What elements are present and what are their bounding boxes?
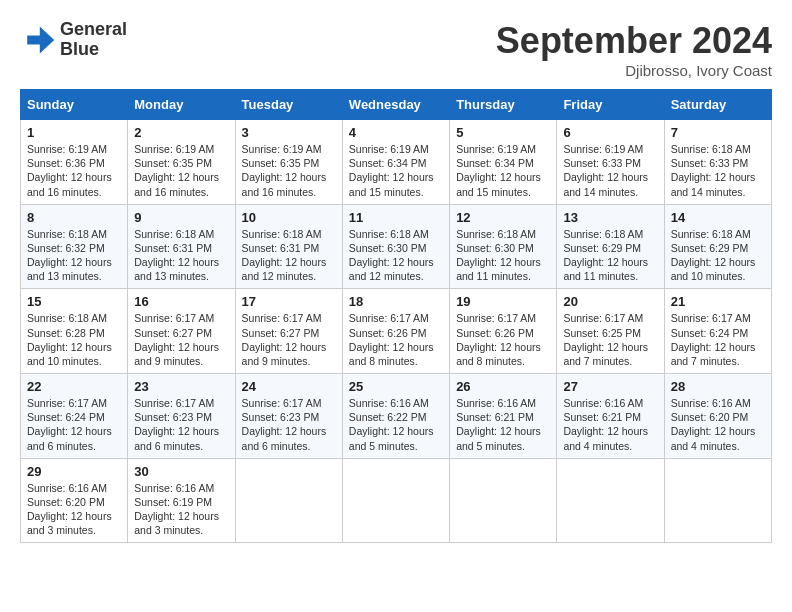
calendar-day-cell: 6Sunrise: 6:19 AMSunset: 6:33 PMDaylight… <box>557 120 664 205</box>
day-number: 28 <box>671 379 765 394</box>
day-number: 29 <box>27 464 121 479</box>
day-info: Sunrise: 6:18 AMSunset: 6:29 PMDaylight:… <box>671 227 765 284</box>
day-info: Sunrise: 6:19 AMSunset: 6:33 PMDaylight:… <box>563 142 657 199</box>
day-number: 24 <box>242 379 336 394</box>
calendar-day-cell: 20Sunrise: 6:17 AMSunset: 6:25 PMDayligh… <box>557 289 664 374</box>
calendar-day-cell: 28Sunrise: 6:16 AMSunset: 6:20 PMDayligh… <box>664 374 771 459</box>
calendar-week-row: 15Sunrise: 6:18 AMSunset: 6:28 PMDayligh… <box>21 289 772 374</box>
logo-text: General Blue <box>60 20 127 60</box>
day-info: Sunrise: 6:16 AMSunset: 6:20 PMDaylight:… <box>671 396 765 453</box>
calendar-day-cell: 19Sunrise: 6:17 AMSunset: 6:26 PMDayligh… <box>450 289 557 374</box>
calendar-day-cell: 14Sunrise: 6:18 AMSunset: 6:29 PMDayligh… <box>664 204 771 289</box>
calendar-day-cell: 17Sunrise: 6:17 AMSunset: 6:27 PMDayligh… <box>235 289 342 374</box>
day-info: Sunrise: 6:19 AMSunset: 6:34 PMDaylight:… <box>349 142 443 199</box>
day-info: Sunrise: 6:18 AMSunset: 6:32 PMDaylight:… <box>27 227 121 284</box>
calendar-day-cell: 7Sunrise: 6:18 AMSunset: 6:33 PMDaylight… <box>664 120 771 205</box>
day-info: Sunrise: 6:17 AMSunset: 6:27 PMDaylight:… <box>242 311 336 368</box>
calendar-day-cell: 21Sunrise: 6:17 AMSunset: 6:24 PMDayligh… <box>664 289 771 374</box>
day-of-week-header: Tuesday <box>235 90 342 120</box>
day-info: Sunrise: 6:17 AMSunset: 6:26 PMDaylight:… <box>349 311 443 368</box>
day-info: Sunrise: 6:16 AMSunset: 6:21 PMDaylight:… <box>456 396 550 453</box>
day-number: 1 <box>27 125 121 140</box>
day-number: 23 <box>134 379 228 394</box>
calendar-day-cell: 22Sunrise: 6:17 AMSunset: 6:24 PMDayligh… <box>21 374 128 459</box>
calendar-day-cell: 8Sunrise: 6:18 AMSunset: 6:32 PMDaylight… <box>21 204 128 289</box>
day-info: Sunrise: 6:19 AMSunset: 6:35 PMDaylight:… <box>134 142 228 199</box>
day-info: Sunrise: 6:18 AMSunset: 6:33 PMDaylight:… <box>671 142 765 199</box>
day-info: Sunrise: 6:19 AMSunset: 6:35 PMDaylight:… <box>242 142 336 199</box>
day-info: Sunrise: 6:17 AMSunset: 6:26 PMDaylight:… <box>456 311 550 368</box>
day-info: Sunrise: 6:17 AMSunset: 6:25 PMDaylight:… <box>563 311 657 368</box>
day-number: 8 <box>27 210 121 225</box>
calendar-week-row: 29Sunrise: 6:16 AMSunset: 6:20 PMDayligh… <box>21 458 772 543</box>
day-info: Sunrise: 6:18 AMSunset: 6:30 PMDaylight:… <box>456 227 550 284</box>
calendar-day-cell: 24Sunrise: 6:17 AMSunset: 6:23 PMDayligh… <box>235 374 342 459</box>
day-of-week-header: Saturday <box>664 90 771 120</box>
location: Djibrosso, Ivory Coast <box>496 62 772 79</box>
day-info: Sunrise: 6:18 AMSunset: 6:29 PMDaylight:… <box>563 227 657 284</box>
day-info: Sunrise: 6:18 AMSunset: 6:31 PMDaylight:… <box>242 227 336 284</box>
calendar-day-cell: 3Sunrise: 6:19 AMSunset: 6:35 PMDaylight… <box>235 120 342 205</box>
day-info: Sunrise: 6:17 AMSunset: 6:24 PMDaylight:… <box>27 396 121 453</box>
day-number: 7 <box>671 125 765 140</box>
day-of-week-header: Friday <box>557 90 664 120</box>
month-title: September 2024 <box>496 20 772 62</box>
day-info: Sunrise: 6:17 AMSunset: 6:24 PMDaylight:… <box>671 311 765 368</box>
day-info: Sunrise: 6:16 AMSunset: 6:22 PMDaylight:… <box>349 396 443 453</box>
day-number: 30 <box>134 464 228 479</box>
calendar-day-cell: 30Sunrise: 6:16 AMSunset: 6:19 PMDayligh… <box>128 458 235 543</box>
calendar-day-cell: 4Sunrise: 6:19 AMSunset: 6:34 PMDaylight… <box>342 120 449 205</box>
day-number: 2 <box>134 125 228 140</box>
calendar-day-cell: 26Sunrise: 6:16 AMSunset: 6:21 PMDayligh… <box>450 374 557 459</box>
day-number: 27 <box>563 379 657 394</box>
day-of-week-header: Sunday <box>21 90 128 120</box>
day-number: 14 <box>671 210 765 225</box>
calendar-day-cell: 12Sunrise: 6:18 AMSunset: 6:30 PMDayligh… <box>450 204 557 289</box>
day-number: 5 <box>456 125 550 140</box>
day-number: 3 <box>242 125 336 140</box>
calendar-day-cell: 23Sunrise: 6:17 AMSunset: 6:23 PMDayligh… <box>128 374 235 459</box>
day-number: 19 <box>456 294 550 309</box>
calendar-day-cell: 10Sunrise: 6:18 AMSunset: 6:31 PMDayligh… <box>235 204 342 289</box>
empty-cell <box>664 458 771 543</box>
day-of-week-header: Monday <box>128 90 235 120</box>
day-number: 26 <box>456 379 550 394</box>
day-number: 10 <box>242 210 336 225</box>
day-info: Sunrise: 6:16 AMSunset: 6:19 PMDaylight:… <box>134 481 228 538</box>
day-info: Sunrise: 6:16 AMSunset: 6:20 PMDaylight:… <box>27 481 121 538</box>
calendar-day-cell: 27Sunrise: 6:16 AMSunset: 6:21 PMDayligh… <box>557 374 664 459</box>
calendar-day-cell: 25Sunrise: 6:16 AMSunset: 6:22 PMDayligh… <box>342 374 449 459</box>
calendar-day-cell: 1Sunrise: 6:19 AMSunset: 6:36 PMDaylight… <box>21 120 128 205</box>
calendar-header-row: SundayMondayTuesdayWednesdayThursdayFrid… <box>21 90 772 120</box>
title-area: September 2024 Djibrosso, Ivory Coast <box>496 20 772 79</box>
day-info: Sunrise: 6:19 AMSunset: 6:34 PMDaylight:… <box>456 142 550 199</box>
calendar-day-cell: 5Sunrise: 6:19 AMSunset: 6:34 PMDaylight… <box>450 120 557 205</box>
day-number: 11 <box>349 210 443 225</box>
svg-marker-0 <box>27 26 54 53</box>
empty-cell <box>450 458 557 543</box>
day-number: 4 <box>349 125 443 140</box>
day-number: 16 <box>134 294 228 309</box>
calendar-day-cell: 29Sunrise: 6:16 AMSunset: 6:20 PMDayligh… <box>21 458 128 543</box>
day-info: Sunrise: 6:19 AMSunset: 6:36 PMDaylight:… <box>27 142 121 199</box>
day-info: Sunrise: 6:17 AMSunset: 6:23 PMDaylight:… <box>242 396 336 453</box>
day-of-week-header: Thursday <box>450 90 557 120</box>
empty-cell <box>557 458 664 543</box>
day-number: 12 <box>456 210 550 225</box>
day-info: Sunrise: 6:16 AMSunset: 6:21 PMDaylight:… <box>563 396 657 453</box>
day-number: 15 <box>27 294 121 309</box>
calendar-week-row: 1Sunrise: 6:19 AMSunset: 6:36 PMDaylight… <box>21 120 772 205</box>
day-of-week-header: Wednesday <box>342 90 449 120</box>
logo: General Blue <box>20 20 127 60</box>
day-info: Sunrise: 6:17 AMSunset: 6:23 PMDaylight:… <box>134 396 228 453</box>
day-number: 25 <box>349 379 443 394</box>
day-number: 20 <box>563 294 657 309</box>
calendar-day-cell: 13Sunrise: 6:18 AMSunset: 6:29 PMDayligh… <box>557 204 664 289</box>
calendar-day-cell: 9Sunrise: 6:18 AMSunset: 6:31 PMDaylight… <box>128 204 235 289</box>
day-info: Sunrise: 6:17 AMSunset: 6:27 PMDaylight:… <box>134 311 228 368</box>
calendar-day-cell: 18Sunrise: 6:17 AMSunset: 6:26 PMDayligh… <box>342 289 449 374</box>
day-number: 21 <box>671 294 765 309</box>
day-number: 18 <box>349 294 443 309</box>
day-number: 6 <box>563 125 657 140</box>
calendar-day-cell: 2Sunrise: 6:19 AMSunset: 6:35 PMDaylight… <box>128 120 235 205</box>
